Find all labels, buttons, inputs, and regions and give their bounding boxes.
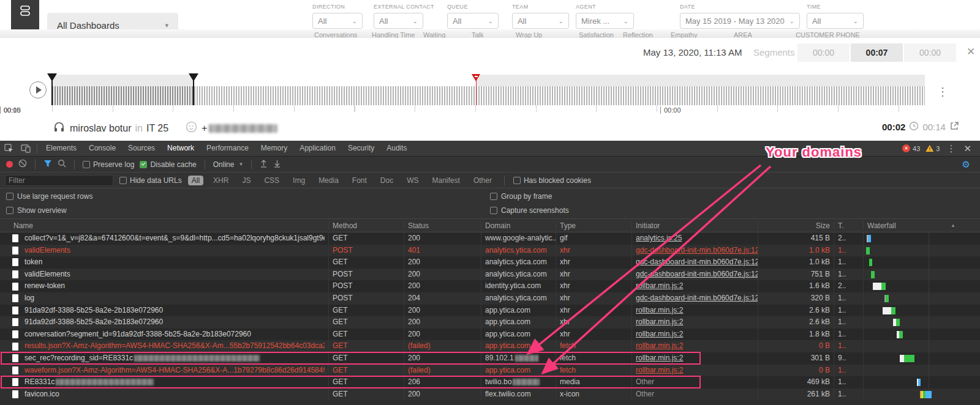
request-initiator-link[interactable]: rollbar.min.js:2 — [636, 318, 683, 326]
type-filter-chip[interactable]: XHR — [209, 176, 232, 185]
device-toolbar-icon[interactable] — [17, 141, 34, 156]
column-header-waterfall[interactable]: Waterfall — [864, 221, 980, 230]
devtools-tab[interactable]: Application — [293, 141, 342, 156]
devtools-tab[interactable]: Security — [342, 141, 380, 156]
disable-cache-checkbox[interactable]: Disable cache — [140, 160, 196, 169]
segment-end-handle[interactable] — [189, 73, 198, 81]
request-initiator-link[interactable]: rollbar.min.js:2 — [636, 341, 683, 350]
playhead-marker[interactable] — [472, 74, 480, 81]
inspect-element-icon[interactable] — [0, 141, 17, 156]
row-checkbox[interactable] — [12, 366, 18, 374]
network-request-row[interactable]: token GET 200 analytics.ytica.com xhr gd… — [0, 256, 980, 269]
record-button[interactable] — [6, 161, 13, 168]
type-filter-chip[interactable]: Img — [289, 176, 309, 185]
has-blocked-cookies-checkbox[interactable]: Has blocked cookies — [513, 176, 591, 185]
request-initiator-link[interactable]: gdc-dashboard-init-min.b060d7e.js:12 — [636, 294, 758, 302]
network-request-row[interactable]: validElements POST 200 analytics.ytica.c… — [0, 269, 980, 281]
type-filter-chip[interactable]: Other — [470, 176, 496, 185]
network-request-row[interactable]: 91da92df-3388-5b25-8a2e-2b183e072960 GET… — [0, 305, 980, 317]
search-icon[interactable] — [58, 159, 66, 169]
network-request-row[interactable]: results.json?X-Amz-Algorithm=AWS4-HMAC-S… — [0, 340, 980, 352]
settings-gear-icon[interactable]: ⚙ — [959, 158, 974, 171]
error-badge[interactable]: ✕ 43 — [902, 144, 920, 152]
type-filter-chip[interactable]: Doc — [377, 176, 397, 185]
request-initiator-link[interactable]: gdc-dashboard-init-min.b060d7e.js:12 — [636, 258, 758, 266]
filter-select[interactable]: All ⌄ — [374, 13, 423, 29]
preserve-log-checkbox[interactable]: Preserve log — [83, 160, 134, 169]
network-request-row[interactable]: collect?v=1&_v=j82&a=67412600&t=event&_s… — [0, 232, 980, 245]
filter-select[interactable]: May 15 2019 - May 13 2020 ⌄ — [680, 13, 800, 29]
column-header-method[interactable]: Method — [329, 221, 404, 230]
clear-icon[interactable] — [18, 159, 27, 169]
warning-badge[interactable]: ! 3 — [925, 145, 940, 152]
type-filter-chip[interactable]: JS — [238, 176, 254, 185]
devtools-tab[interactable]: Network — [161, 141, 200, 156]
devtools-tab[interactable]: Console — [83, 141, 122, 156]
network-request-row[interactable]: renew-token POST 200 identity.ytica.com … — [0, 280, 980, 292]
row-checkbox[interactable] — [12, 247, 18, 255]
row-checkbox[interactable] — [12, 378, 18, 386]
request-initiator-link[interactable]: gdc-dashboard-init-min.b060d7e.js:12 — [636, 270, 758, 278]
close-icon[interactable]: ✕ — [963, 45, 979, 59]
row-checkbox[interactable] — [12, 283, 18, 291]
column-header-size[interactable]: Size — [758, 221, 834, 230]
request-initiator-link[interactable]: rollbar.min.js:2 — [636, 330, 683, 338]
filter-input[interactable] — [5, 175, 113, 186]
timeline-menu-icon[interactable]: ⋮ — [933, 84, 952, 99]
dashboard-stack-icon[interactable] — [19, 6, 31, 19]
type-filter-chip[interactable]: Font — [349, 176, 371, 185]
row-checkbox[interactable] — [12, 390, 18, 398]
request-initiator-link[interactable]: rollbar.min.js:2 — [636, 306, 683, 314]
network-request-row[interactable]: log POST 204 analytics.ytica.com xhr gdc… — [0, 292, 980, 305]
play-button[interactable] — [29, 81, 47, 98]
type-filter-chip[interactable]: Manifest — [429, 176, 464, 185]
column-header-time[interactable]: T. — [834, 221, 864, 230]
show-overview-checkbox[interactable]: Show overview — [6, 206, 67, 215]
filter-select[interactable]: All ⌄ — [312, 13, 363, 29]
external-link-icon[interactable] — [949, 121, 959, 133]
type-filter-chip[interactable]: Media — [315, 176, 342, 185]
devtools-menu-icon[interactable]: ⋮ — [945, 143, 957, 154]
hide-data-urls-checkbox[interactable]: Hide data URLs — [119, 176, 182, 185]
request-initiator-link[interactable]: Other — [636, 377, 654, 386]
network-request-row[interactable]: validElements POST 401 analytics.ytica.c… — [0, 245, 980, 257]
type-filter-chip[interactable]: CSS — [260, 176, 283, 185]
devtools-tab[interactable]: Sources — [122, 141, 161, 156]
network-request-row[interactable]: 91da92df-3388-5b25-8a2e-2b183e072960 GET… — [0, 316, 980, 329]
devtools-tab[interactable]: Elements — [40, 141, 83, 156]
segment-chip[interactable]: 00:00 — [904, 43, 956, 62]
request-initiator-link[interactable]: analytics.js:25 — [636, 234, 682, 242]
row-checkbox[interactable] — [12, 354, 18, 362]
devtools-tab[interactable]: Performance — [200, 141, 255, 156]
use-large-rows-checkbox[interactable]: Use large request rows — [6, 192, 92, 201]
row-checkbox[interactable] — [12, 318, 18, 326]
sort-arrow-icon[interactable]: ▲ — [951, 223, 956, 228]
row-checkbox[interactable] — [12, 307, 18, 314]
request-initiator-link[interactable]: rollbar.min.js:2 — [636, 354, 683, 362]
network-request-row[interactable]: sec_rec?recording_sid=RE8331c GET 200 89… — [0, 352, 980, 365]
row-checkbox[interactable] — [12, 343, 18, 351]
filter-select[interactable]: All ⌄ — [807, 13, 864, 29]
column-header-status[interactable]: Status — [404, 221, 481, 230]
network-request-row[interactable]: RE8331c GET 206 twilio.bo media Other 46… — [0, 376, 980, 388]
throttling-dropdown[interactable]: Online ▼ — [213, 160, 244, 169]
row-checkbox[interactable] — [12, 294, 18, 302]
import-har-icon[interactable] — [260, 159, 268, 169]
network-request-row[interactable]: conversation?segment_id=91da92df-3388-5b… — [0, 329, 980, 341]
devtools-tab[interactable]: Audits — [380, 141, 413, 156]
row-checkbox[interactable] — [12, 258, 18, 266]
segment-chip[interactable]: 00:07 — [851, 43, 903, 62]
request-initiator-link[interactable]: gdc-dashboard-init-min.b060d7e.js:12 — [636, 246, 758, 255]
group-by-frame-checkbox[interactable]: Group by frame — [490, 192, 552, 201]
filter-select[interactable]: All ⌄ — [447, 13, 499, 29]
devtools-close-icon[interactable]: ✕ — [962, 143, 973, 154]
row-checkbox[interactable] — [12, 234, 18, 242]
request-initiator-link[interactable]: rollbar.min.js:2 — [636, 366, 683, 374]
segment-chip[interactable]: 00:00 — [797, 43, 850, 62]
type-filter-chip[interactable]: WS — [403, 176, 422, 185]
devtools-tab[interactable]: Memory — [255, 141, 293, 156]
request-initiator-link[interactable]: rollbar.min.js:2 — [636, 281, 683, 290]
request-initiator-link[interactable]: Other — [636, 390, 654, 398]
network-request-row[interactable]: favicon.ico GET 200 flex.twilio.com x-ic… — [0, 388, 980, 401]
column-header-domain[interactable]: Domain — [481, 221, 556, 230]
